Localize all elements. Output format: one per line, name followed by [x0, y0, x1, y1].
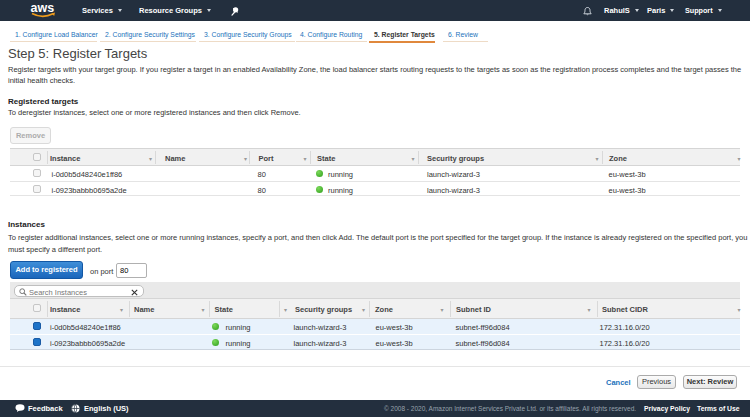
svg-text:aws: aws — [31, 1, 55, 15]
